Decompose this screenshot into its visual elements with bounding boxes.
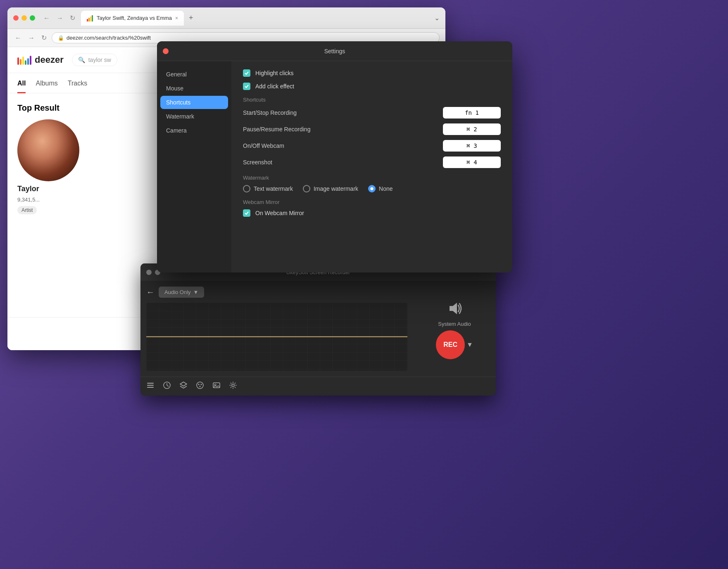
maximize-dot[interactable]: [30, 15, 35, 21]
deezer-search-bar[interactable]: 🔍 taylor sw: [72, 54, 117, 66]
settings-titlebar: Settings: [157, 41, 512, 61]
palette-icon[interactable]: [196, 381, 204, 391]
settings-title: Settings: [324, 48, 345, 55]
radio-image-watermark-label: Image watermark: [314, 185, 358, 192]
radio-text-watermark-circle[interactable]: [243, 185, 250, 192]
browser-window-controls: [13, 15, 35, 21]
nav-refresh-button[interactable]: ↻: [68, 12, 77, 24]
search-icon: 🔍: [78, 57, 85, 63]
svg-rect-12: [147, 383, 154, 384]
rec-button-group: REC ▼: [436, 330, 473, 359]
nav-back-button[interactable]: ←: [42, 13, 52, 24]
highlight-clicks-row: Highlight clicks: [243, 69, 501, 77]
recorder-bottom-toolbar: [140, 377, 496, 396]
toolbar-back-button[interactable]: ←: [13, 33, 23, 43]
svg-marker-11: [450, 303, 457, 314]
clock-icon[interactable]: [163, 381, 171, 391]
svg-rect-0: [87, 19, 88, 21]
svg-rect-13: [147, 385, 154, 386]
new-tab-button[interactable]: +: [186, 14, 197, 22]
image-icon[interactable]: [212, 381, 221, 391]
radio-none-watermark[interactable]: None: [368, 185, 393, 192]
shortcut-key-screenshot[interactable]: ⌘ 4: [443, 156, 501, 168]
radio-image-watermark-circle[interactable]: [303, 185, 310, 192]
svg-marker-18: [180, 382, 187, 386]
rec-button[interactable]: REC: [436, 330, 465, 359]
waveform-grid: [146, 303, 407, 371]
layers-icon[interactable]: [179, 381, 188, 391]
shortcut-name-pause-resume: Pause/Resume Recording: [243, 126, 443, 133]
artist-avatar: [17, 119, 79, 181]
browser-tab[interactable]: Taylor Swift, Zendaya vs Emma ×: [81, 11, 184, 26]
shortcuts-section-header: Shortcuts: [243, 97, 501, 103]
rec-chevron-button[interactable]: ▼: [466, 341, 473, 349]
settings-body: General Mouse Shortcuts Watermark Camera…: [157, 61, 512, 273]
deezer-logo-bars: [17, 55, 31, 65]
list-icon[interactable]: [146, 381, 155, 391]
shortcut-row-screenshot: Screenshot ⌘ 4: [243, 156, 501, 168]
deezer-logo-text: deezer: [35, 55, 64, 65]
highlight-clicks-checkbox[interactable]: [243, 69, 250, 77]
tab-all[interactable]: All: [17, 80, 26, 93]
recorder-main: ← Audio Only ▼: [140, 281, 413, 377]
shortcut-key-start-stop[interactable]: fn 1: [443, 107, 501, 119]
webcam-mirror-checkbox[interactable]: [243, 209, 250, 217]
shortcut-name-webcam: On/Off Webcam: [243, 142, 443, 149]
lock-icon: 🔒: [58, 35, 64, 41]
watermark-section-header: Watermark: [243, 175, 501, 181]
add-click-effect-label: Add click effect: [255, 83, 294, 90]
minimize-dot[interactable]: [21, 15, 27, 21]
browser-nav: ← → ↻: [42, 12, 77, 24]
artist-badge: Artist: [17, 206, 37, 214]
svg-point-22: [200, 386, 201, 387]
svg-point-20: [198, 384, 200, 385]
tab-tracks[interactable]: Tracks: [68, 80, 87, 93]
settings-content: Highlight clicks Add click effect Shortc…: [231, 61, 512, 273]
browser-titlebar: ← → ↻ Taylor Swift, Zendaya vs Emma × + …: [7, 7, 445, 29]
add-click-effect-checkbox[interactable]: [243, 83, 250, 90]
tab-close-button[interactable]: ×: [175, 15, 178, 21]
sidebar-item-mouse[interactable]: Mouse: [160, 82, 228, 95]
toolbar-refresh-button[interactable]: ↻: [40, 32, 48, 43]
toolbar-forward-button[interactable]: →: [26, 33, 36, 43]
webcam-mirror-section-header: Webcam Mirror: [243, 199, 501, 205]
tab-albums[interactable]: Albums: [36, 80, 57, 93]
svg-rect-1: [88, 18, 90, 21]
radio-image-watermark[interactable]: Image watermark: [303, 185, 358, 192]
system-audio-label: System Audio: [438, 321, 471, 327]
nav-forward-button[interactable]: →: [55, 13, 65, 24]
mode-select[interactable]: Audio Only ▼: [159, 287, 204, 298]
sidebar-item-camera[interactable]: Camera: [160, 124, 228, 137]
radio-text-watermark-label: Text watermark: [254, 185, 293, 192]
svg-rect-3: [92, 15, 93, 21]
mode-dropdown-icon: ▼: [193, 289, 199, 295]
svg-rect-2: [90, 17, 91, 21]
tab-title: Taylor Swift, Zendaya vs Emma: [97, 15, 172, 21]
sidebar-item-shortcuts[interactable]: Shortcuts: [160, 96, 228, 109]
shortcut-key-webcam[interactable]: ⌘ 3: [443, 140, 501, 152]
svg-point-25: [232, 384, 234, 386]
tab-overflow-button[interactable]: ⌄: [434, 14, 440, 22]
svg-point-21: [201, 384, 202, 385]
close-dot[interactable]: [13, 15, 19, 21]
settings-sidebar: General Mouse Shortcuts Watermark Camera: [157, 61, 231, 273]
svg-rect-14: [147, 387, 154, 388]
gear-icon[interactable]: [229, 381, 237, 391]
deezer-favicon-icon: [87, 15, 93, 21]
radio-none-watermark-circle[interactable]: [368, 185, 376, 192]
radio-none-watermark-label: None: [379, 185, 393, 192]
shortcut-key-pause-resume[interactable]: ⌘ 2: [443, 123, 501, 135]
shortcut-name-start-stop: Start/Stop Recording: [243, 109, 443, 116]
radio-text-watermark[interactable]: Text watermark: [243, 185, 293, 192]
recorder-back-button[interactable]: ←: [146, 287, 155, 297]
settings-dialog: Settings General Mouse Shortcuts Waterma…: [157, 41, 512, 273]
recorder-body: ← Audio Only ▼: [140, 281, 496, 377]
svg-point-19: [197, 382, 203, 389]
recorder-dot-1[interactable]: [146, 270, 152, 275]
sidebar-item-watermark[interactable]: Watermark: [160, 110, 228, 123]
search-text: taylor sw: [88, 57, 111, 63]
shortcut-name-screenshot: Screenshot: [243, 159, 443, 166]
shortcut-row-webcam: On/Off Webcam ⌘ 3: [243, 140, 501, 152]
settings-close-button[interactable]: [163, 48, 169, 54]
sidebar-item-general[interactable]: General: [160, 68, 228, 81]
